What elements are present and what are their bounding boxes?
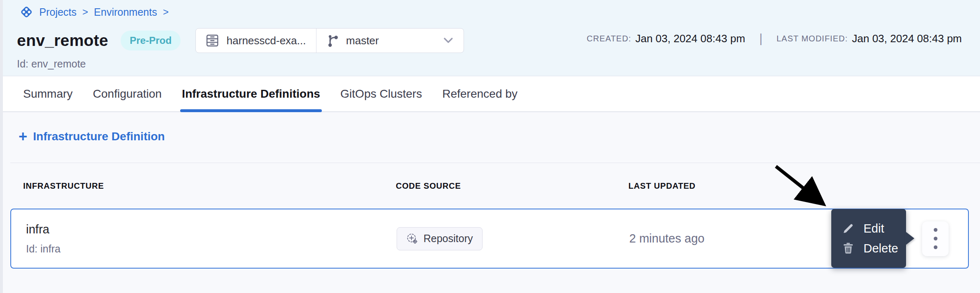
column-header-last-updated: LAST UPDATED xyxy=(628,181,969,191)
breadcrumb-link-environments[interactable]: Environments xyxy=(94,6,157,18)
infrastructure-table-row[interactable]: infra Id: infra Repository 2 minutes a xyxy=(10,209,969,269)
plus-icon: + xyxy=(19,129,27,144)
git-branch-icon xyxy=(326,33,340,48)
add-infrastructure-definition-label: Infrastructure Definition xyxy=(33,130,165,143)
meta-divider: | xyxy=(759,31,763,46)
breadcrumb-separator: > xyxy=(82,6,88,18)
chevron-down-icon[interactable] xyxy=(442,36,454,45)
title-row: env_remote Pre-Prod harnesscd-exa... xyxy=(17,28,464,53)
pencil-icon xyxy=(841,221,855,235)
branch-segment[interactable]: master xyxy=(326,33,379,48)
last-updated-cell: 2 minutes ago xyxy=(629,232,968,245)
add-infrastructure-definition-button[interactable]: + Infrastructure Definition xyxy=(19,129,165,144)
infrastructure-name-cell: infra Id: infra xyxy=(26,223,397,255)
repository-code-source-badge[interactable]: Repository xyxy=(397,227,483,250)
repo-name: harnesscd-exa... xyxy=(226,34,306,47)
row-context-menu: Edit Delete xyxy=(831,209,906,268)
trash-icon xyxy=(841,241,855,255)
environment-id: Id: env_remote xyxy=(17,58,86,70)
infrastructure-id: Id: infra xyxy=(26,243,397,255)
context-menu-item-delete[interactable]: Delete xyxy=(841,241,906,255)
repo-branch-selector[interactable]: harnesscd-exa... master xyxy=(195,28,464,53)
tab-bar: Summary Configuration Infrastructure Def… xyxy=(0,77,980,112)
remote-repository-icon xyxy=(406,233,419,245)
tab-configuration[interactable]: Configuration xyxy=(93,77,162,111)
code-source-label: Repository xyxy=(423,233,473,245)
environment-type-badge: Pre-Prod xyxy=(121,31,181,50)
context-menu-item-edit[interactable]: Edit xyxy=(841,221,906,235)
table-header: INFRASTRUCTURE CODE SOURCE LAST UPDATED xyxy=(0,181,969,191)
kebab-dot xyxy=(934,228,937,232)
code-source-cell: Repository xyxy=(397,227,629,250)
row-options-kebab-button[interactable] xyxy=(922,221,949,256)
branch-name: master xyxy=(346,34,379,47)
context-menu-caret xyxy=(905,231,914,245)
page-left-edge xyxy=(0,0,3,293)
last-modified-label: LAST MODIFIED: xyxy=(776,34,848,43)
created-label: CREATED: xyxy=(587,34,631,43)
projects-grid-icon xyxy=(19,4,34,20)
infrastructure-name: infra xyxy=(26,223,397,236)
kebab-dot xyxy=(934,245,937,249)
breadcrumb-separator: > xyxy=(163,6,169,18)
repo-segment[interactable]: harnesscd-exa... xyxy=(205,33,306,48)
selector-divider xyxy=(316,29,316,53)
edit-label: Edit xyxy=(863,222,884,235)
repository-drawers-icon xyxy=(205,33,220,48)
breadcrumb-link-projects[interactable]: Projects xyxy=(39,6,76,18)
kebab-dot xyxy=(934,237,937,240)
tab-infrastructure-definitions[interactable]: Infrastructure Definitions xyxy=(182,77,320,111)
timestamps-meta: CREATED: Jan 03, 2024 08:43 pm | LAST MO… xyxy=(587,31,962,46)
column-header-infrastructure: INFRASTRUCTURE xyxy=(23,181,396,191)
delete-label: Delete xyxy=(863,242,898,255)
page-title: env_remote xyxy=(17,31,108,50)
column-header-code-source: CODE SOURCE xyxy=(396,181,628,191)
tab-summary[interactable]: Summary xyxy=(23,77,73,111)
tab-gitops-clusters[interactable]: GitOps Clusters xyxy=(340,77,422,111)
section-divider xyxy=(10,163,980,163)
environment-header: Projects > Environments > env_remote Pre… xyxy=(0,0,980,76)
tab-referenced-by[interactable]: Referenced by xyxy=(442,77,517,111)
last-modified-value: Jan 03, 2024 08:43 pm xyxy=(852,32,962,45)
created-value: Jan 03, 2024 08:43 pm xyxy=(635,32,745,45)
breadcrumb: Projects > Environments > xyxy=(19,4,169,20)
